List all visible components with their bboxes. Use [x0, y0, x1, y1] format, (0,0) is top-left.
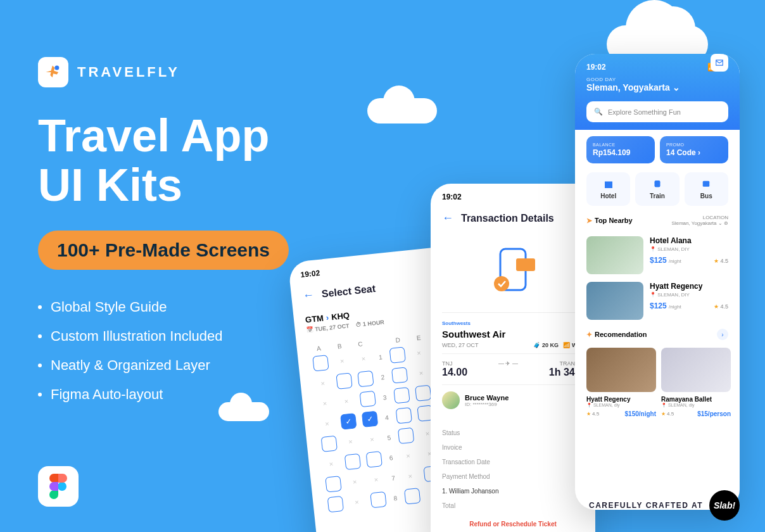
- avatar: [442, 391, 460, 409]
- section-top-nearby: ➤ Top Nearby: [586, 217, 633, 225]
- promo-card[interactable]: PROMO 14 Code ›: [660, 136, 728, 163]
- figma-badge: [38, 466, 79, 507]
- section-recommendation: ✦ Recomendation: [586, 331, 647, 339]
- slab-badge: Slab!: [709, 490, 740, 521]
- location-filter[interactable]: LOCATIONSleman, Yogyakarta ⌄ ⊚: [671, 215, 728, 226]
- rec-card[interactable]: Ramayana Ballet 📍 SLEMAN, diy 4.5$15/per…: [661, 348, 731, 417]
- rec-image: [661, 348, 731, 392]
- feature-item: Global Style Guide: [38, 293, 289, 322]
- rec-card[interactable]: Hyatt Regency 📍 SLEMAN, diy 4.5$150/nigh…: [586, 348, 656, 417]
- footer-text: CAREFULLY CRAFTED AT: [589, 501, 703, 510]
- hotel-card[interactable]: Hotel Alana 📍 SLEMAN, DIY $125 /night4.5: [575, 232, 740, 278]
- svg-point-4: [494, 276, 509, 291]
- status-time: 19:02: [586, 63, 606, 72]
- hotel-card[interactable]: Hyatt Regency 📍 SLEMAN, DIY $125 /night4…: [575, 278, 740, 324]
- category-train[interactable]: Train: [635, 172, 679, 206]
- balance-card[interactable]: BALANCE Rp154.109: [586, 136, 655, 163]
- svg-point-1: [58, 482, 66, 491]
- status-time: 19:02: [442, 193, 462, 201]
- location-selector[interactable]: Sleman, Yogyakarta ⌄: [586, 82, 728, 92]
- svg-rect-5: [605, 182, 612, 189]
- airline-tag: Southwests: [442, 320, 584, 326]
- chevron-right-icon[interactable]: ›: [717, 329, 728, 340]
- seat-selected[interactable]: ✓: [340, 413, 357, 429]
- svg-rect-3: [516, 258, 535, 271]
- hotel-image: [586, 236, 643, 274]
- transaction-illustration: [431, 230, 595, 312]
- greeting-label: GOOD DAY: [586, 77, 728, 82]
- svg-rect-6: [654, 180, 660, 187]
- cloud-decoration: [367, 98, 437, 124]
- hotel-image: [586, 282, 643, 320]
- flight-time: TNJ14.00 — ✈ — TRANSIT1h 34m: [442, 353, 584, 384]
- status-time: 19:02: [300, 269, 320, 279]
- back-icon[interactable]: ←: [442, 212, 453, 225]
- svg-rect-7: [703, 181, 710, 187]
- feature-item: Figma Auto-layout: [38, 380, 289, 409]
- svg-point-0: [54, 66, 59, 70]
- screen-title: Transaction Details: [461, 213, 554, 224]
- feature-item: Neatly & Organized Layer: [38, 351, 289, 380]
- seat-na: ×: [334, 353, 350, 369]
- screen-title: Select Seat: [321, 282, 376, 300]
- seat[interactable]: [312, 355, 329, 371]
- feature-list: Global Style Guide Custom Illustration I…: [38, 293, 289, 409]
- chevron-down-icon: ⌄: [673, 82, 680, 92]
- detail-rows: Status Invoice Transaction Date Payment …: [431, 423, 595, 516]
- brand-logo: [38, 57, 68, 87]
- search-icon: 🔍: [594, 108, 603, 116]
- mail-icon[interactable]: [711, 54, 728, 72]
- phone-home: 19:02📶 🔋 GOOD DAY Sleman, Yogyakarta ⌄ 🔍…: [575, 54, 740, 510]
- headline: Travel AppUI Kits: [38, 111, 289, 210]
- feature-pill: 100+ Pre-Made Screens: [38, 231, 289, 270]
- feature-item: Custom Illustration Included: [38, 322, 289, 351]
- back-icon[interactable]: ←: [302, 288, 315, 303]
- phone-transaction: 19:02 ← Transaction Details Southwests S…: [431, 184, 595, 532]
- passenger-row: Bruce WayneID: ********369: [442, 384, 584, 415]
- category-hotel[interactable]: Hotel: [586, 172, 630, 206]
- flight-meta: WED, 27 OCT 🧳 20 KG 📶 WIFI: [442, 342, 584, 348]
- category-bus[interactable]: Bus: [685, 172, 728, 206]
- brand-name: TRAVELFLY: [77, 64, 180, 80]
- airline-name: Southwest Air: [442, 329, 584, 339]
- search-input[interactable]: 🔍 Explore Something Fun: [586, 101, 728, 122]
- rec-image: [586, 348, 656, 392]
- refund-link[interactable]: Refund or Reschedule Ticket: [431, 516, 595, 532]
